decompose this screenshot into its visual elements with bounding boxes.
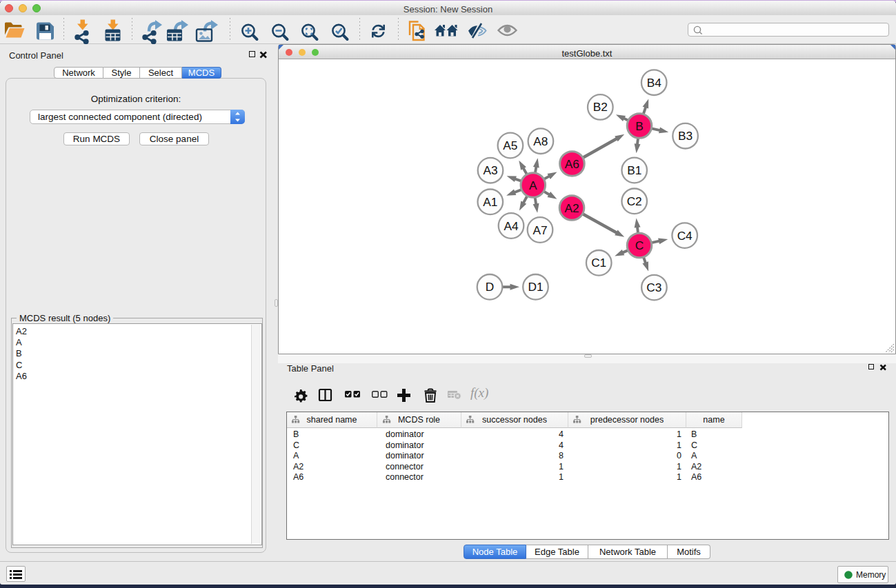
svg-text:A4: A4 xyxy=(504,219,519,233)
svg-text:C: C xyxy=(635,239,644,252)
svg-text:B4: B4 xyxy=(647,76,662,90)
svg-text:D1: D1 xyxy=(528,280,543,294)
svg-text:B3: B3 xyxy=(678,129,693,143)
svg-text:A7: A7 xyxy=(532,223,547,237)
svg-text:A: A xyxy=(529,179,537,192)
svg-text:C2: C2 xyxy=(627,194,642,208)
svg-text:C1: C1 xyxy=(591,256,606,270)
svg-text:B2: B2 xyxy=(593,100,608,114)
svg-text:B: B xyxy=(635,119,644,133)
svg-text:A1: A1 xyxy=(483,195,497,209)
svg-text:A3: A3 xyxy=(483,163,497,177)
svg-text:A6: A6 xyxy=(565,157,579,171)
svg-text:D: D xyxy=(486,280,494,294)
svg-text:A8: A8 xyxy=(533,134,548,148)
svg-text:C4: C4 xyxy=(677,229,693,243)
svg-text:A2: A2 xyxy=(564,201,579,215)
svg-text:A5: A5 xyxy=(503,139,517,152)
svg-text:C3: C3 xyxy=(646,281,661,294)
svg-text:B1: B1 xyxy=(627,163,641,177)
